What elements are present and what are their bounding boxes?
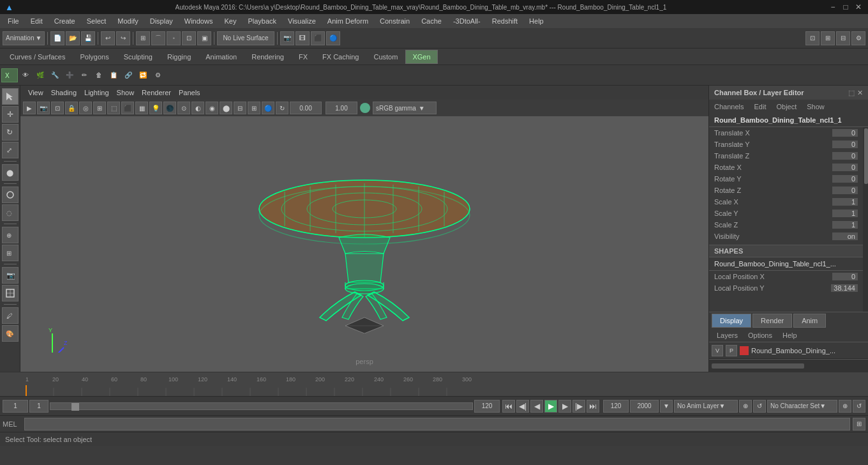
- gamma-dropdown[interactable]: sRGB gamma ▼: [373, 102, 437, 114]
- snap-curve-btn[interactable]: ⌒: [151, 31, 165, 45]
- char-set-dropdown[interactable]: No Character Set ▼: [767, 400, 837, 413]
- menu-anim-deform[interactable]: Anim Deform: [322, 16, 373, 26]
- menu-redshift[interactable]: Redshift: [487, 16, 523, 26]
- layout-btn4[interactable]: ⚙: [851, 31, 865, 45]
- xgen-btn4[interactable]: 🔧: [48, 68, 62, 82]
- tab-fx[interactable]: FX: [292, 50, 315, 64]
- animation-dropdown[interactable]: Animation ▼: [3, 31, 45, 45]
- vp-refresh-btn[interactable]: ↻: [276, 102, 288, 114]
- vp-wire-btn[interactable]: ⬚: [107, 102, 120, 114]
- anim-layer-icon1[interactable]: ⊕: [739, 400, 752, 413]
- layer-v-btn[interactable]: V: [712, 345, 723, 356]
- anim-layer-dropdown[interactable]: No Anim Layer ▼: [674, 400, 738, 413]
- vp-mb-btn[interactable]: ⬤: [220, 102, 232, 114]
- vp-select-btn[interactable]: ▶: [23, 102, 36, 114]
- fps-dropdown-btn[interactable]: ▼: [660, 400, 673, 413]
- menu-modify[interactable]: Modify: [112, 16, 143, 26]
- menu-edit[interactable]: Edit: [26, 16, 48, 26]
- layout-btn2[interactable]: ⊞: [821, 31, 835, 45]
- grid-btn[interactable]: ⊞: [2, 245, 19, 261]
- vp-menu-view[interactable]: View: [26, 89, 46, 96]
- vp-scale-input[interactable]: 1.00: [326, 102, 357, 114]
- save-btn[interactable]: 💾: [81, 31, 95, 45]
- canvas-area[interactable]: persp X Y Z: [20, 116, 708, 372]
- redo-btn[interactable]: ↪: [116, 31, 130, 45]
- menu-visualize[interactable]: Visualize: [283, 16, 321, 26]
- scale-tool-btn[interactable]: ⤢: [2, 142, 19, 158]
- universal-tool-btn[interactable]: ⬤: [2, 164, 19, 181]
- vp-coord-input[interactable]: 0.00: [290, 102, 322, 114]
- xgen-btn3[interactable]: 🌿: [33, 68, 47, 82]
- vp-ao-btn[interactable]: ⊙: [177, 102, 190, 114]
- xgen-btn7[interactable]: 🗑: [92, 68, 106, 82]
- timeline-area[interactable]: 1 20 40 60 80 100 120 140 160 180 200 22…: [0, 372, 868, 396]
- char-set-icon2[interactable]: ↺: [853, 400, 865, 413]
- anim-end-input[interactable]: 120: [603, 400, 629, 413]
- menu-windows[interactable]: Windows: [179, 16, 218, 26]
- tab-polygons[interactable]: Polygons: [73, 50, 116, 64]
- camera-btn[interactable]: 📷: [2, 267, 19, 284]
- render2-btn[interactable]: 🎞: [296, 31, 310, 45]
- menu-display[interactable]: Display: [145, 16, 178, 26]
- xgen-btn2[interactable]: 👁: [19, 68, 33, 82]
- live-surface-btn[interactable]: No Live Surface: [217, 31, 274, 45]
- menu-create[interactable]: Create: [49, 16, 80, 26]
- layers-tab-layers[interactable]: Layers: [714, 330, 740, 340]
- vp-frame-all-btn[interactable]: ⊡: [51, 102, 64, 114]
- tab-rigging[interactable]: Rigging: [160, 50, 198, 64]
- vp-isolate-btn[interactable]: ◎: [79, 102, 92, 114]
- tab-display[interactable]: Display: [712, 314, 751, 328]
- mel-options-btn[interactable]: ⊞: [853, 418, 865, 431]
- vp-light-btn[interactable]: 💡: [149, 102, 162, 114]
- layer-p-btn[interactable]: P: [726, 345, 737, 356]
- pb-last-btn[interactable]: ⏭: [587, 400, 599, 413]
- cb-tab-edit[interactable]: Edit: [751, 102, 768, 112]
- pb-prev-btn[interactable]: ◀: [530, 400, 543, 413]
- vp-menu-renderer[interactable]: Renderer: [139, 89, 174, 96]
- current-frame-input[interactable]: 1: [3, 400, 28, 413]
- vp-grid2-btn[interactable]: ⊞: [248, 102, 260, 114]
- move-tool-btn[interactable]: ✛: [2, 106, 19, 123]
- xgen-btn5[interactable]: ➕: [63, 68, 77, 82]
- anim-layer-icon2[interactable]: ↺: [753, 400, 766, 413]
- soft-select-btn[interactable]: [2, 187, 19, 203]
- menu-playback[interactable]: Playback: [243, 16, 281, 26]
- snap-point-btn[interactable]: ◦: [167, 31, 181, 45]
- tab-xgen[interactable]: XGen: [405, 50, 437, 64]
- vp-camera-btn[interactable]: 📷: [37, 102, 50, 114]
- xgen-btn8[interactable]: 📋: [107, 68, 121, 82]
- mel-input[interactable]: [24, 418, 850, 431]
- vp-grid-btn[interactable]: ⊞: [93, 102, 106, 114]
- tab-rendering[interactable]: Rendering: [244, 50, 291, 64]
- cb-scrollbar[interactable]: [863, 127, 868, 312]
- render4-btn[interactable]: 🔵: [326, 31, 340, 45]
- cb-tab-object[interactable]: Object: [774, 102, 799, 112]
- pb-fwd-btn[interactable]: ▶: [558, 400, 571, 413]
- vp-dof-btn[interactable]: ◉: [206, 102, 218, 114]
- tab-render[interactable]: Render: [752, 314, 792, 328]
- xgen-btn6[interactable]: ✏: [77, 68, 91, 82]
- xgen-btn10[interactable]: 🔁: [136, 68, 150, 82]
- tab-curves-surfaces[interactable]: Curves / Surfaces: [3, 50, 72, 64]
- fps-input[interactable]: 2000: [630, 400, 659, 413]
- vp-shadow-btn[interactable]: 🌑: [163, 102, 176, 114]
- vp-snap-btn[interactable]: 🔒: [65, 102, 78, 114]
- undo-btn[interactable]: ↩: [101, 31, 115, 45]
- layout-btn3[interactable]: ⊟: [836, 31, 850, 45]
- pb-next-key-btn[interactable]: |▶: [572, 400, 585, 413]
- cb-h-scrollbar[interactable]: [709, 359, 868, 372]
- tab-fx-caching[interactable]: FX Caching: [315, 50, 366, 64]
- render3-btn[interactable]: ⬛: [311, 31, 325, 45]
- render-btn[interactable]: 📷: [280, 31, 294, 45]
- vp-hud-btn[interactable]: ⊟: [234, 102, 246, 114]
- layers-tab-help[interactable]: Help: [780, 330, 800, 340]
- lasso-btn[interactable]: ◌: [2, 204, 19, 221]
- tab-custom[interactable]: Custom: [367, 50, 405, 64]
- new-btn[interactable]: 📄: [50, 31, 64, 45]
- layers-tab-options[interactable]: Options: [745, 330, 775, 340]
- xgen-btn11[interactable]: ⚙: [151, 68, 165, 82]
- snap-grid-btn[interactable]: ⊞: [136, 31, 150, 45]
- open-btn[interactable]: 📂: [66, 31, 80, 45]
- menu-3dto[interactable]: -3DtoAll-: [448, 16, 486, 26]
- maximize-btn[interactable]: □: [841, 3, 850, 11]
